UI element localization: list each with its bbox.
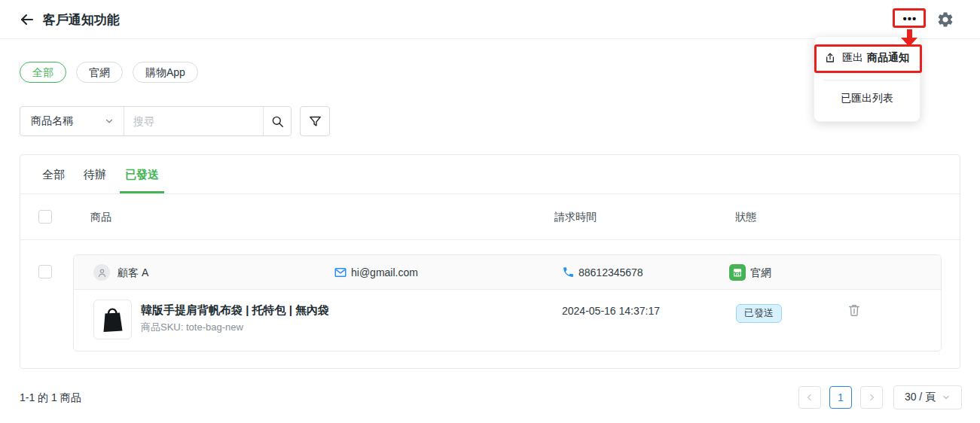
- menu-item-export-prefix: 匯出: [842, 51, 863, 65]
- tab-pending[interactable]: 待辦: [84, 155, 106, 193]
- back-button[interactable]: [18, 11, 36, 29]
- row-checkbox[interactable]: [38, 265, 52, 278]
- search-input-wrap: [124, 107, 263, 135]
- product-name[interactable]: 韓版手提肩背帆布袋 | 托特包 | 無內袋: [141, 303, 329, 318]
- select-all-checkbox[interactable]: [38, 210, 52, 224]
- phone-icon: [562, 266, 575, 279]
- menu-divider: [823, 80, 911, 81]
- gear-icon[interactable]: [936, 11, 954, 29]
- customer-notification-page: 客戶通知功能 ••• 全部 官網 購物App 商品名稱: [0, 0, 980, 423]
- menu-item-export-product-notification[interactable]: 匯出 商品通知: [814, 47, 920, 68]
- search-field-value: 商品名稱: [31, 114, 73, 128]
- column-product: 商品: [90, 211, 111, 224]
- channel-filter-chips: 全部 官網 購物App: [20, 62, 198, 83]
- more-actions-button[interactable]: •••: [895, 10, 925, 27]
- results-summary: 1-1 的 1 商品: [20, 391, 81, 405]
- product-image: [93, 300, 132, 339]
- customer-email: hi@gmail.com: [351, 266, 418, 278]
- chevron-down-icon: [942, 393, 951, 402]
- trash-icon: [847, 303, 863, 318]
- tab-all[interactable]: 全部: [42, 155, 65, 193]
- person-icon: [93, 264, 110, 281]
- customer-row: 顧客 A hi@gmail.com 88612345678 官網: [74, 255, 941, 290]
- search-input[interactable]: [124, 115, 263, 127]
- prev-page-button[interactable]: [798, 386, 821, 409]
- chevron-down-icon: [104, 116, 114, 126]
- notifications-card: 全部 待辦 已發送 商品 請求時間 狀態 顧客 A hi@gmail.com: [20, 154, 960, 369]
- customer-name: 顧客 A: [118, 266, 148, 280]
- next-page-button[interactable]: [860, 386, 883, 409]
- page-size-select[interactable]: 30 / 頁: [893, 385, 962, 409]
- more-actions-menu: 匯出 商品通知 已匯出列表: [814, 36, 920, 122]
- storefront-icon: [729, 264, 746, 281]
- chip-official-site[interactable]: 官網: [76, 62, 123, 83]
- envelope-icon: [334, 266, 347, 279]
- search-button[interactable]: [263, 107, 291, 135]
- product-row: 韓版手提肩背帆布袋 | 托特包 | 無內袋 商品SKU: tote-bag-ne…: [74, 290, 941, 351]
- top-bar: [0, 0, 980, 39]
- arrow-left-icon: [18, 11, 36, 29]
- black-tote-bag-image: [99, 304, 127, 335]
- chevron-right-icon: [866, 392, 877, 403]
- table-header-row: 商品 請求時間 狀態: [20, 194, 960, 240]
- customer-phone: 88612345678: [579, 266, 643, 278]
- page-size-value: 30 / 頁: [905, 391, 936, 404]
- upload-icon: [824, 52, 836, 64]
- page-title: 客戶通知功能: [43, 11, 120, 29]
- status-badge: 已發送: [736, 304, 782, 323]
- tab-sent[interactable]: 已發送: [125, 155, 159, 193]
- funnel-icon: [308, 114, 322, 129]
- status-tabs: 全部 待辦 已發送: [20, 155, 960, 194]
- delete-button[interactable]: [847, 302, 863, 318]
- filter-button[interactable]: [300, 106, 330, 136]
- menu-item-export-emphasis: 商品通知: [867, 51, 909, 65]
- column-status: 狀態: [735, 211, 756, 224]
- page-1-button[interactable]: 1: [829, 386, 852, 409]
- request-time: 2024-05-16 14:37:17: [562, 305, 660, 317]
- magnifier-icon: [270, 114, 285, 129]
- menu-item-exported-list[interactable]: 已匯出列表: [814, 92, 920, 105]
- search-group: 商品名稱: [20, 106, 292, 136]
- search-field-select[interactable]: 商品名稱: [20, 107, 124, 135]
- chip-all[interactable]: 全部: [20, 62, 66, 83]
- chevron-left-icon: [804, 392, 815, 403]
- notification-group: 顧客 A hi@gmail.com 88612345678 官網: [73, 254, 942, 351]
- product-sku: 商品SKU: tote-bag-new: [141, 321, 243, 334]
- column-request-time: 請求時間: [554, 211, 597, 224]
- chip-shopping-app[interactable]: 購物App: [133, 62, 198, 83]
- customer-channel: 官網: [750, 266, 771, 280]
